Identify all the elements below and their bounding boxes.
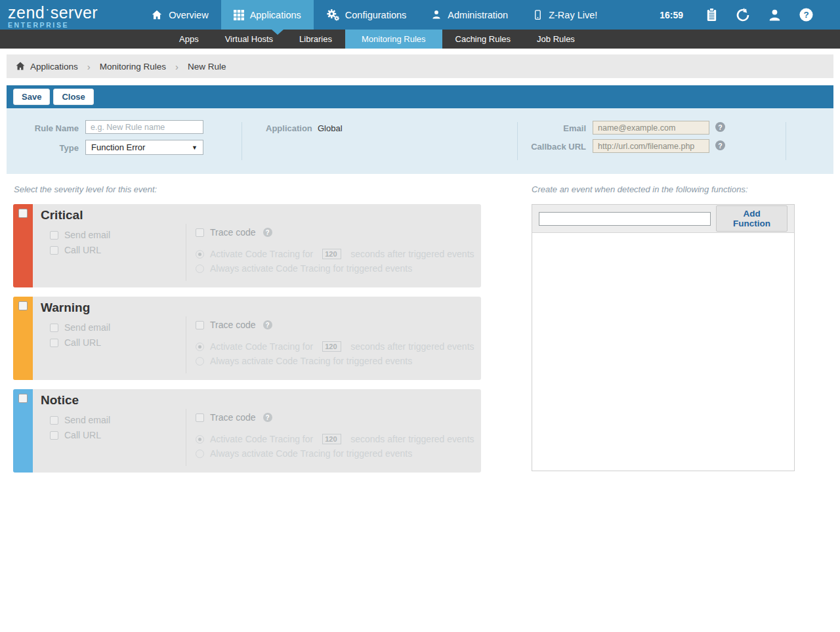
send-email-checkbox[interactable] <box>50 416 58 425</box>
tracing-timed-radio[interactable] <box>196 435 204 444</box>
breadcrumb-separator: › <box>87 61 91 72</box>
email-help-icon[interactable]: ? <box>715 122 725 132</box>
top-nav-right: 16:59 ? <box>660 0 840 30</box>
type-label: Type <box>7 143 79 153</box>
send-email-label: Send email <box>64 322 110 333</box>
grid-icon <box>234 10 244 20</box>
main-content: Select the severity level for this event… <box>0 174 840 632</box>
send-email-checkbox[interactable] <box>50 324 58 332</box>
subnav-libraries[interactable]: Libraries <box>286 30 345 49</box>
functions-panel: Add Function <box>532 204 795 471</box>
help-icon[interactable]: ? <box>799 7 814 22</box>
nav-zray-live[interactable]: Z-Ray Live! <box>520 0 610 30</box>
subnav-job-rules[interactable]: Job Rules <box>524 30 588 49</box>
severity-box-notice: Notice Send email Call URL <box>13 389 481 473</box>
tracing-always-radio[interactable] <box>196 357 204 366</box>
send-email-checkbox[interactable] <box>50 231 58 240</box>
call-url-checkbox[interactable] <box>50 431 58 440</box>
rule-form-panel: Rule Name Type Function Error ▼ Applicat… <box>7 108 833 174</box>
subnav-apps[interactable]: Apps <box>166 30 212 49</box>
form-divider <box>242 122 242 160</box>
logo-zend: zend <box>8 3 45 22</box>
tracing-timed-radio[interactable] <box>196 343 204 351</box>
severity-title: Warning <box>41 301 481 315</box>
severity-title: Critical <box>41 208 481 222</box>
trace-code-checkbox[interactable] <box>196 321 204 329</box>
subnav-monitoring-rules[interactable]: Monitoring Rules <box>345 30 442 49</box>
severity-list: Critical Send email Call URL <box>13 204 481 482</box>
action-toolbar: Save Close <box>7 85 833 108</box>
tracing-timed-radio[interactable] <box>196 250 204 259</box>
home-icon <box>151 9 163 21</box>
user-icon[interactable] <box>768 8 782 22</box>
nav-label: Applications <box>250 10 301 20</box>
trace-code-label: Trace code <box>210 320 256 330</box>
close-button[interactable]: Close <box>53 89 93 105</box>
call-url-label: Call URL <box>64 337 101 348</box>
audit-trail-icon[interactable] <box>705 7 718 23</box>
breadcrumb-applications[interactable]: Applications <box>30 62 78 72</box>
breadcrumb-home-icon[interactable] <box>15 61 26 72</box>
svg-text:?: ? <box>803 10 808 20</box>
type-select[interactable]: Function Error ▼ <box>85 140 203 155</box>
warning-checkbox[interactable] <box>18 301 28 310</box>
tracing-seconds-input[interactable] <box>322 249 341 259</box>
logo-edition: ENTERPRISE <box>8 22 98 29</box>
phone-icon <box>533 9 543 21</box>
save-button[interactable]: Save <box>13 89 50 105</box>
tracing-always-radio[interactable] <box>196 264 204 273</box>
nav-overview[interactable]: Overview <box>138 0 220 30</box>
zend-server-logo: zend·server ENTERPRISE <box>8 0 98 30</box>
function-name-input[interactable] <box>539 212 711 226</box>
trace-code-label: Trace code <box>210 412 256 423</box>
send-email-label: Send email <box>64 415 110 425</box>
notice-stripe <box>13 389 33 473</box>
breadcrumb-new-rule: New Rule <box>188 62 226 72</box>
functions-hint: Create an event when detected in the fol… <box>532 184 748 194</box>
breadcrumb: Applications › Monitoring Rules › New Ru… <box>7 54 833 78</box>
callback-url-label: Callback URL <box>505 142 586 152</box>
call-url-checkbox[interactable] <box>50 339 58 347</box>
notice-checkbox[interactable] <box>18 394 28 403</box>
critical-checkbox[interactable] <box>18 209 28 218</box>
nav-applications[interactable]: Applications <box>221 0 314 30</box>
type-select-value: Function Error <box>91 142 145 152</box>
call-url-label: Call URL <box>64 430 101 440</box>
tracing-seconds-input[interactable] <box>322 434 341 444</box>
person-icon <box>431 9 442 20</box>
severity-hint: Select the severity level for this event… <box>14 184 157 194</box>
restart-icon[interactable] <box>735 7 751 23</box>
rule-name-label: Rule Name <box>7 123 79 133</box>
trace-code-help-icon[interactable]: ? <box>263 413 272 422</box>
tracing-always-radio[interactable] <box>196 450 204 458</box>
applications-subnav: Apps Virtual Hosts Libraries Monitoring … <box>0 30 840 49</box>
breadcrumb-separator: › <box>175 61 178 72</box>
callback-url-input[interactable] <box>593 139 709 153</box>
chevron-down-icon: ▼ <box>192 144 198 151</box>
severity-box-warning: Warning Send email Call URL <box>13 297 481 380</box>
top-nav: zend·server ENTERPRISE Overview Applicat… <box>0 0 840 30</box>
callback-url-help-icon[interactable]: ? <box>715 140 725 150</box>
call-url-checkbox[interactable] <box>50 246 58 255</box>
breadcrumb-monitoring-rules[interactable]: Monitoring Rules <box>100 62 166 72</box>
nav-administration[interactable]: Administration <box>419 0 520 30</box>
email-input[interactable] <box>593 121 709 135</box>
nav-label: Z-Ray Live! <box>549 10 597 20</box>
trace-code-checkbox[interactable] <box>196 228 204 237</box>
trace-code-checkbox[interactable] <box>196 413 204 422</box>
add-function-button[interactable]: Add Function <box>716 205 788 232</box>
trace-code-help-icon[interactable]: ? <box>263 320 272 329</box>
application-value: Global <box>318 123 343 133</box>
nav-configurations[interactable]: Configurations <box>314 0 419 30</box>
subnav-caching-rules[interactable]: Caching Rules <box>442 30 524 49</box>
nav-label: Administration <box>448 10 508 20</box>
email-label: Email <box>505 123 586 133</box>
warning-stripe <box>13 297 33 380</box>
trace-code-help-icon[interactable]: ? <box>263 228 272 237</box>
gears-icon <box>326 9 339 21</box>
tracing-seconds-input[interactable] <box>322 341 341 352</box>
main-nav: Overview Applications <box>138 0 610 30</box>
critical-stripe <box>13 204 33 287</box>
nav-label: Overview <box>169 10 208 20</box>
rule-name-input[interactable] <box>85 120 203 134</box>
